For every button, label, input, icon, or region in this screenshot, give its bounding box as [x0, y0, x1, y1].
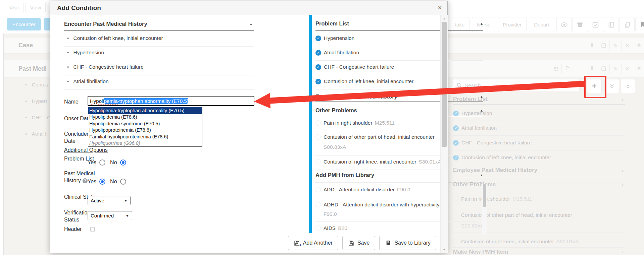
add-another-button[interactable]: + Add Another: [288, 236, 338, 250]
suggestion-item[interactable]: Hypolipoproteinemia (E78.6): [88, 127, 202, 134]
chevron-up-icon[interactable]: ▲: [249, 22, 253, 26]
verification-status-select[interactable]: Confirmed▼: [88, 211, 132, 220]
encounter-nav-button[interactable]: Encounter: [7, 18, 41, 30]
calendar-check-icon[interactable]: [588, 17, 603, 32]
add-condition-modal: Add Condition × Encounter Past Medical H…: [50, 1, 448, 253]
depart-nav-button[interactable]: Depart: [529, 17, 554, 32]
yes-label: Yes: [88, 179, 96, 185]
list-item[interactable]: ADD - Attention deficit disorderF90.0: [315, 187, 410, 193]
list-item[interactable]: ✓Atrial fibrillation: [315, 50, 359, 56]
list-item-code: S00.83xA: [324, 144, 346, 150]
book-icon: [385, 240, 391, 246]
list-item: •Atrial fibrillation: [67, 78, 109, 84]
no-label: No: [110, 160, 117, 166]
section-header-add-pmh-library: Add PMH from Library: [315, 172, 374, 178]
empty-circle-icon: [315, 187, 321, 192]
modal-scrollbar[interactable]: ▲ ▼: [440, 15, 448, 253]
library-scrollbar[interactable]: [482, 184, 487, 235]
additional-options-link[interactable]: Additional Options: [64, 147, 108, 153]
list-item[interactable]: AIDSB20: [315, 225, 347, 231]
list-item[interactable]: ✓Hypertension: [315, 35, 354, 41]
no-label: No: [110, 179, 117, 185]
close-icon[interactable]: ×: [621, 64, 633, 74]
condition-name-input[interactable]: Hypolipemia-tryptophan abnormality (E70.…: [88, 96, 254, 106]
chevron-down-icon: ▼: [124, 199, 128, 202]
grid-icon[interactable]: [550, 64, 561, 74]
chevron-up-icon[interactable]: ▲: [480, 173, 483, 177]
suggestion-item[interactable]: Hypolipidemia syndrome (E70.5): [88, 120, 202, 127]
empty-circle-icon: [315, 202, 321, 207]
list-item: •Contusion of left knee, initial encount…: [67, 35, 163, 41]
microphone-icon[interactable]: [633, 41, 644, 51]
modal-left-column: Encounter Past Medical History ▲ •Contus…: [50, 15, 309, 253]
case-title: Case: [18, 42, 33, 49]
microphone-icon[interactable]: [633, 64, 644, 74]
annotation-highlight-box: [584, 76, 606, 98]
blue-divider: [309, 15, 312, 253]
chevron-up-icon[interactable]: ▲: [480, 95, 483, 99]
list-item: •CHF - C: [25, 115, 51, 121]
list-item[interactable]: Contusion of other part of head, initial…: [315, 134, 435, 140]
bookmark-icon[interactable]: [586, 41, 598, 51]
check-circle-icon: ✓: [315, 50, 321, 56]
empty-circle-icon: [315, 134, 321, 140]
provider-nav-button[interactable]: Provider: [498, 17, 527, 32]
autocomplete-selected-text: pemia: [104, 98, 118, 104]
suggestion-item[interactable]: Familial hypolipoproteinemia (E78.6): [88, 133, 202, 140]
close-icon[interactable]: ×: [438, 4, 442, 11]
tab-view[interactable]: View: [26, 2, 46, 13]
scroll-up-icon[interactable]: ▲: [441, 17, 448, 20]
save-button[interactable]: Save: [342, 236, 375, 250]
chevron-up-icon[interactable]: ▲: [480, 109, 483, 112]
list-item[interactable]: ADHD - Attention deficit disorder with h…: [315, 202, 439, 208]
list-item[interactable]: Contusion of right knee, initial encount…: [315, 159, 441, 165]
suggestion-item[interactable]: Hypolipemia-tryptophan abnormality (E70.…: [88, 107, 202, 114]
suggestion-item[interactable]: Hypoliquorrhea (G96.8): [88, 140, 202, 147]
list-item[interactable]: ✓Contusion of left knee, initial encount…: [315, 78, 413, 84]
list-item: •Contus: [25, 82, 48, 88]
empty-circle-icon: [315, 159, 321, 165]
suggestion-item[interactable]: Hypolipidemia (E78.6): [88, 114, 202, 121]
list-item: •CHF - Congestive heart failure: [67, 64, 144, 70]
book-icon[interactable]: [598, 41, 609, 51]
archive-icon[interactable]: [572, 17, 587, 32]
modal-footer: + Add Another Save Save to Library: [50, 233, 440, 253]
section-header-other-problems: Other Problems: [315, 107, 357, 114]
problem-list-yes-radio[interactable]: [99, 160, 105, 166]
scroll-down-icon[interactable]: ▼: [441, 248, 448, 251]
pencil-icon[interactable]: ✎: [609, 41, 621, 51]
bookmark-icon[interactable]: [586, 64, 598, 74]
help-icon[interactable]: ?: [83, 178, 88, 183]
save-icon: [348, 240, 354, 246]
book-icon[interactable]: [604, 17, 619, 32]
close-icon[interactable]: ×: [621, 41, 633, 51]
problem-list-no-radio[interactable]: [120, 160, 126, 166]
past-medical-title: Past Medi: [18, 65, 47, 72]
chevron-up-icon[interactable]: ▲: [480, 22, 483, 25]
header-checkbox[interactable]: [90, 227, 95, 232]
list-item[interactable]: ✓CHF - Congestive heart failure: [315, 64, 394, 70]
book-icon[interactable]: [598, 64, 609, 74]
check-circle-icon: ✓: [315, 64, 321, 70]
autocomplete-dropdown: Hypolipemia-tryptophan abnormality (E70.…: [88, 107, 202, 147]
list-item: •Hypert: [25, 98, 47, 104]
save-add-icon: +: [294, 240, 300, 246]
save-to-library-button[interactable]: Save to Library: [379, 236, 436, 250]
section-header-encounter-pmh: Encounter Past Medical History: [64, 21, 147, 27]
tab-visit[interactable]: Visit: [5, 2, 23, 13]
typed-text: Hypoli: [90, 98, 104, 104]
pmh-no-radio[interactable]: [120, 179, 126, 185]
file-icon[interactable]: [561, 64, 573, 74]
pmh-yes-radio[interactable]: [99, 179, 105, 185]
list-item[interactable]: Pain in right shoulderM25.511: [315, 120, 395, 126]
bookmark-icon[interactable]: [635, 17, 644, 32]
empty-circle-icon: [315, 226, 321, 231]
left-edge-strip: [0, 34, 4, 255]
modal-right-column: Problem List ▲ ✓Hypertension ✓Atrial fib…: [312, 15, 490, 253]
scrollbar-thumb[interactable]: [442, 22, 447, 147]
pencil-icon[interactable]: ✎: [609, 64, 621, 74]
eye-icon[interactable]: [556, 17, 572, 32]
clinical-status-select[interactable]: Active▼: [88, 196, 131, 205]
copy-icon[interactable]: [620, 17, 635, 32]
section-header-employee-pmh: Employee Past Medical History: [315, 93, 397, 100]
